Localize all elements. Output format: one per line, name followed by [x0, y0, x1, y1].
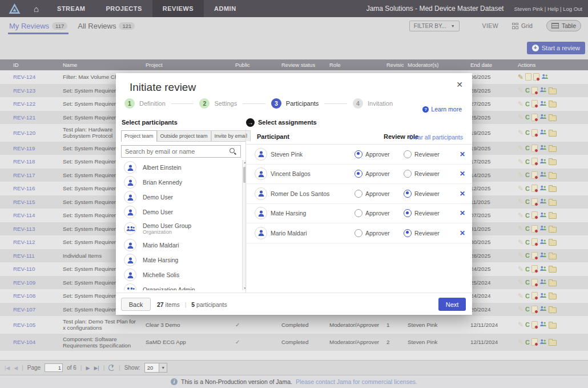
items-count: 27 [157, 301, 164, 308]
wizard-stepper: 1 Definition2 Settings3 Participants4 In… [124, 98, 398, 109]
user-avatar-icon [124, 254, 136, 266]
assignee-name: Vincent Balgos [271, 170, 355, 177]
jama-reviews-app: ⌂ STREAMPROJECTSREVIEWSADMIN Jama Soluti… [0, 0, 588, 388]
radio-approver-selected[interactable] [355, 170, 363, 178]
back-button[interactable]: Back [121, 298, 151, 311]
selection-counts: 27 items | 5 participants [157, 301, 227, 308]
participant-list-item[interactable]: Organization Admin [121, 282, 242, 290]
step-3-circle: 3 [271, 98, 281, 109]
user-avatar-icon [255, 187, 267, 200]
participant-name: Michelle Solis [143, 271, 179, 278]
participant-list-item[interactable]: Mario Maldari [121, 238, 242, 253]
participant-list-item[interactable]: Michelle Solis [121, 267, 242, 282]
select-assignments-header: Select assignments [258, 119, 317, 126]
role-option-approver[interactable]: Approver [355, 190, 404, 198]
user-avatar-icon [124, 269, 136, 281]
participant-name: Organization Admin [143, 286, 195, 290]
assignment-row: Mate Harsing Approver Reviewer ✕ [245, 204, 472, 224]
tab-project-team[interactable]: Project team [121, 130, 157, 142]
items-label: items [166, 301, 180, 308]
role-option-reviewer[interactable]: Reviewer [404, 150, 453, 158]
assignee-name: Romer De Los Santos [271, 190, 355, 197]
assignment-row: Romer De Los Santos Approver Reviewer ✕ [245, 184, 472, 204]
radio-reviewer[interactable] [404, 150, 412, 158]
participant-list-item[interactable]: Albert Einstein [121, 160, 242, 175]
step-1-circle: 1 [124, 98, 135, 109]
role-option-approver[interactable]: Approver [355, 229, 404, 237]
question-icon: ? [422, 106, 429, 113]
next-button[interactable]: Next [438, 298, 466, 311]
user-avatar-icon [124, 176, 136, 189]
participant-subtitle: Organization [143, 229, 191, 235]
step-2-label: Settings [214, 100, 237, 107]
step-4-label: Invitation [368, 100, 393, 107]
participant-name: Demo User [143, 194, 173, 201]
role-option-approver[interactable]: Approver [355, 150, 404, 158]
assignee-name: Mario Maldari [271, 230, 355, 237]
participant-list-item[interactable]: Demo User [121, 205, 242, 219]
participant-list: Albert Einstein Brian Kennedy Demo User … [121, 160, 242, 290]
participant-list-item[interactable]: Demo User GroupOrganization [121, 219, 242, 238]
assignment-row: Mario Maldari Approver Reviewer ✕ [245, 223, 472, 243]
participant-list-item[interactable]: Brian Kennedy [121, 175, 242, 190]
group-avatar-icon [124, 222, 136, 235]
participant-list-item[interactable]: Demo User [121, 190, 242, 205]
role-label: Approver [365, 210, 390, 217]
role-option-reviewer[interactable]: Reviewer [404, 190, 453, 198]
assignee-name: Steven Pink [271, 151, 355, 158]
role-label: Approver [365, 170, 390, 177]
participant-name: Mario Maldari [143, 242, 179, 249]
user-avatar-icon [255, 227, 267, 239]
search-icon[interactable] [229, 148, 237, 155]
tab-outside-project-team[interactable]: Outside project team [157, 130, 211, 141]
participant-name: Mate Harsing [143, 257, 178, 263]
user-avatar-icon [124, 206, 136, 218]
participant-search [121, 145, 241, 158]
assignments-header-row: Participant Review role Clear all partic… [245, 129, 472, 145]
user-avatar-icon [124, 161, 136, 174]
role-option-approver[interactable]: Approver [355, 209, 404, 217]
remove-participant-icon[interactable]: ✕ [453, 209, 472, 217]
role-option-reviewer[interactable]: Reviewer [404, 209, 453, 217]
participant-list-item[interactable]: Mate Harsing [121, 253, 242, 267]
step-2-circle: 2 [199, 98, 210, 109]
participants-count: 5 [191, 301, 195, 308]
select-participants-header: Select participants [122, 119, 178, 126]
user-avatar-icon [255, 207, 267, 219]
role-option-reviewer[interactable]: Reviewer [404, 229, 453, 237]
radio-approver[interactable] [355, 229, 363, 237]
scroll-down-icon[interactable]: ▼ [243, 286, 247, 290]
radio-approver[interactable] [355, 209, 363, 217]
radio-approver[interactable] [355, 190, 363, 198]
step-connector [243, 103, 265, 104]
radio-reviewer-selected[interactable] [404, 229, 412, 237]
step-connector [324, 103, 347, 104]
clear-all-participants-link[interactable]: Clear all participants [409, 134, 463, 141]
tab-invite-by-email[interactable]: Invite by email [211, 130, 251, 141]
remove-participant-icon[interactable]: ✕ [453, 229, 472, 237]
radio-approver-selected[interactable] [355, 150, 363, 158]
participants-label: participants [196, 301, 227, 308]
step-4-circle: 4 [353, 98, 363, 109]
role-label: Reviewer [414, 210, 440, 217]
step-1-label: Definition [139, 100, 166, 107]
remove-participant-icon[interactable]: ✕ [453, 190, 472, 198]
radio-reviewer-selected[interactable] [404, 190, 412, 198]
modal-title: Initiate review [130, 81, 196, 94]
role-label: Approver [365, 151, 390, 158]
role-option-approver[interactable]: Approver [355, 170, 404, 178]
user-avatar-icon [255, 148, 267, 161]
user-avatar-icon [124, 191, 136, 203]
learn-more-link[interactable]: ? Learn more [422, 106, 462, 113]
participant-name: Albert Einstein [143, 164, 182, 171]
remove-participant-icon[interactable]: ✕ [453, 170, 472, 178]
search-input[interactable] [122, 148, 229, 155]
radio-reviewer[interactable] [404, 170, 412, 178]
role-option-reviewer[interactable]: Reviewer [404, 170, 453, 178]
remove-participant-icon[interactable]: ✕ [453, 150, 472, 158]
user-avatar-icon [124, 239, 136, 251]
assignments-list: Steven Pink Approver Reviewer ✕ Vincent … [245, 145, 472, 243]
role-label: Approver [365, 230, 390, 237]
radio-reviewer-selected[interactable] [404, 209, 412, 217]
close-icon[interactable]: ✕ [456, 80, 463, 89]
